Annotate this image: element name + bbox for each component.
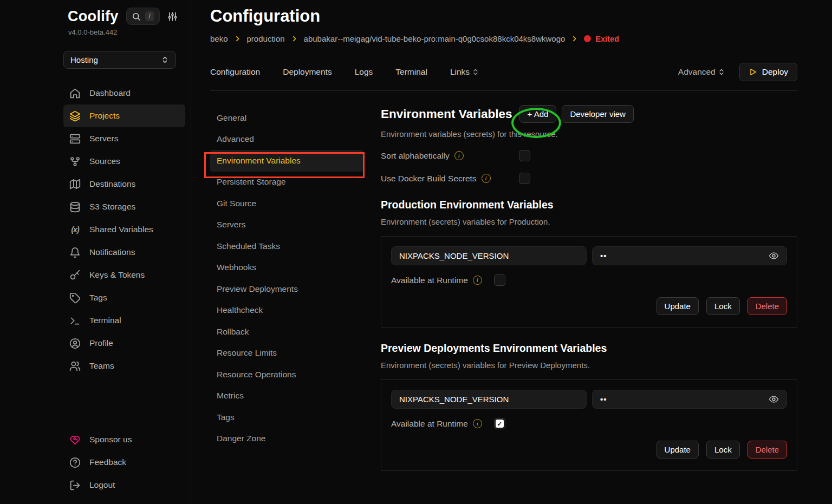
breadcrumb-team[interactable]: beko <box>210 34 228 43</box>
logout-icon <box>69 480 81 491</box>
tab-terminal[interactable]: Terminal <box>395 67 427 77</box>
heart-icon <box>69 434 81 446</box>
tab-links[interactable]: Links <box>450 67 479 77</box>
sidebar-item-sponsor[interactable]: Sponsor us <box>63 428 185 451</box>
sidebar-item-teams[interactable]: Teams <box>63 355 185 377</box>
eye-icon[interactable] <box>769 394 779 404</box>
submenu-item-resource-operations[interactable]: Resource Operations <box>210 364 381 385</box>
sidebar-item-feedback[interactable]: Feedback <box>63 451 185 474</box>
submenu-item-metrics[interactable]: Metrics <box>210 385 381 407</box>
masked-value: •• <box>600 395 607 404</box>
submenu-item-general[interactable]: General <box>210 107 381 129</box>
docker-build-secrets-row: Use Docker Build Secrets i <box>381 173 797 184</box>
tab-logs[interactable]: Logs <box>355 67 373 77</box>
available-at-runtime-checkbox[interactable] <box>494 274 505 286</box>
search-icon <box>132 12 141 21</box>
sidebar-spacer <box>63 377 185 415</box>
environment-variables-panel: Environment Variables + Add Developer vi… <box>381 101 797 471</box>
sidebar-item-shared-variables[interactable]: (x) Shared Variables <box>63 218 185 241</box>
submenu-item-environment-variables[interactable]: Environment Variables <box>210 150 363 172</box>
lock-button[interactable]: Lock <box>706 297 740 315</box>
sidebar-item-destinations[interactable]: Destinations <box>63 173 185 195</box>
play-icon <box>749 68 757 76</box>
submenu-item-rollback[interactable]: Rollback <box>210 321 381 343</box>
submenu-item-persistent-storage[interactable]: Persistent Storage <box>210 172 381 193</box>
sidebar-item-projects[interactable]: Projects <box>63 104 185 127</box>
users-icon <box>69 361 81 372</box>
sidebar-item-s3-storages[interactable]: S3 Storages <box>63 195 185 218</box>
sidebar-item-terminal[interactable]: Terminal <box>63 309 185 332</box>
variable-value-input[interactable]: •• <box>592 246 787 265</box>
sidebar-item-notifications[interactable]: Notifications <box>63 241 185 264</box>
sidebar-item-logout[interactable]: Logout <box>63 474 185 496</box>
layers-icon <box>69 110 81 122</box>
available-at-runtime-row: Available at Runtime i <box>391 274 787 286</box>
sidebar-item-keys-tokens[interactable]: Keys & Tokens <box>63 264 185 286</box>
add-variable-button[interactable]: + Add <box>519 105 557 123</box>
variable-icon: (x) <box>69 225 81 234</box>
variable-name-input[interactable]: NIXPACKS_NODE_VERSION <box>391 246 587 265</box>
deploy-button[interactable]: Deploy <box>739 63 797 81</box>
status-badge: Exited <box>584 35 619 43</box>
variable-value-input[interactable]: •• <box>592 390 787 409</box>
submenu-item-danger-zone[interactable]: Danger Zone <box>210 428 381 450</box>
submenu-item-preview-deployments[interactable]: Preview Deployments <box>210 278 381 300</box>
env-variables-heading: Environment Variables <box>381 107 512 121</box>
available-at-runtime-label: Available at Runtime <box>391 419 468 429</box>
sort-alphabetically-row: Sort alphabetically i <box>381 150 797 161</box>
bell-icon <box>69 247 81 258</box>
sliders-icon[interactable] <box>167 11 178 22</box>
variable-name-input[interactable]: NIXPACKS_NODE_VERSION <box>391 390 587 409</box>
sidebar-item-tags[interactable]: Tags <box>63 286 185 309</box>
submenu-item-webhooks[interactable]: Webhooks <box>210 257 381 279</box>
submenu-item-tags[interactable]: Tags <box>210 407 381 428</box>
content-row: General Advanced Environment Variables P… <box>210 101 797 471</box>
update-button[interactable]: Update <box>656 297 699 315</box>
sidebar-item-servers[interactable]: Servers <box>63 127 185 150</box>
submenu-item-advanced[interactable]: Advanced <box>210 129 381 150</box>
tab-configuration[interactable]: Configuration <box>210 67 260 77</box>
available-at-runtime-row: Available at Runtime i <box>391 418 787 429</box>
tag-icon <box>69 292 81 304</box>
breadcrumb-resource[interactable]: abubakar--meigag/vid-tube-beko-pro:main-… <box>304 34 566 43</box>
production-env-heading: Production Environment Variables <box>381 199 797 211</box>
eye-icon[interactable] <box>769 251 779 261</box>
sidebar-item-profile[interactable]: Profile <box>63 332 185 355</box>
developer-view-button[interactable]: Developer view <box>562 105 634 123</box>
submenu-item-servers[interactable]: Servers <box>210 214 381 236</box>
server-icon <box>69 133 81 145</box>
submenu-item-scheduled-tasks[interactable]: Scheduled Tasks <box>210 235 381 257</box>
advanced-dropdown[interactable]: Advanced <box>678 67 725 77</box>
info-icon: i <box>482 174 491 183</box>
coolify-app-window: Coolify / v4.0.0-beta.442 Hosting Dashbo… <box>0 0 832 504</box>
production-variable-card: NIXPACKS_NODE_VERSION •• Available at Ru… <box>381 236 797 328</box>
tab-deployments[interactable]: Deployments <box>283 67 332 77</box>
status-label: Exited <box>595 35 619 43</box>
sidebar-item-dashboard[interactable]: Dashboard <box>63 82 185 104</box>
preview-env-heading: Preview Deployments Environment Variable… <box>381 342 797 355</box>
sort-alphabetically-checkbox[interactable] <box>519 150 530 161</box>
status-dot-icon <box>584 35 591 42</box>
submenu-item-resource-limits[interactable]: Resource Limits <box>210 343 381 364</box>
docker-build-secrets-checkbox[interactable] <box>519 173 530 184</box>
chevrons-up-down-icon <box>161 56 169 64</box>
chevron-right-icon <box>234 35 241 42</box>
available-at-runtime-label: Available at Runtime <box>391 276 468 285</box>
tab-bar: Configuration Deployments Logs Terminal … <box>210 63 797 91</box>
available-at-runtime-checkbox[interactable] <box>494 418 505 429</box>
breadcrumb-environment[interactable]: production <box>247 34 285 43</box>
git-fork-icon <box>69 156 81 167</box>
update-button[interactable]: Update <box>656 441 699 459</box>
delete-button[interactable]: Delete <box>748 441 787 459</box>
lock-button[interactable]: Lock <box>706 441 740 459</box>
sidebar: Coolify / v4.0.0-beta.442 Hosting Dashbo… <box>0 0 191 504</box>
sidebar-item-sources[interactable]: Sources <box>63 150 185 173</box>
search-button[interactable]: / <box>126 8 160 25</box>
submenu-item-git-source[interactable]: Git Source <box>210 193 381 214</box>
chevron-right-icon <box>571 35 578 42</box>
chevrons-up-down-icon <box>472 68 479 76</box>
team-selector[interactable]: Hosting <box>63 51 176 69</box>
info-icon: i <box>473 276 482 285</box>
submenu-item-healthcheck[interactable]: Healthcheck <box>210 300 381 322</box>
delete-button[interactable]: Delete <box>748 297 787 315</box>
